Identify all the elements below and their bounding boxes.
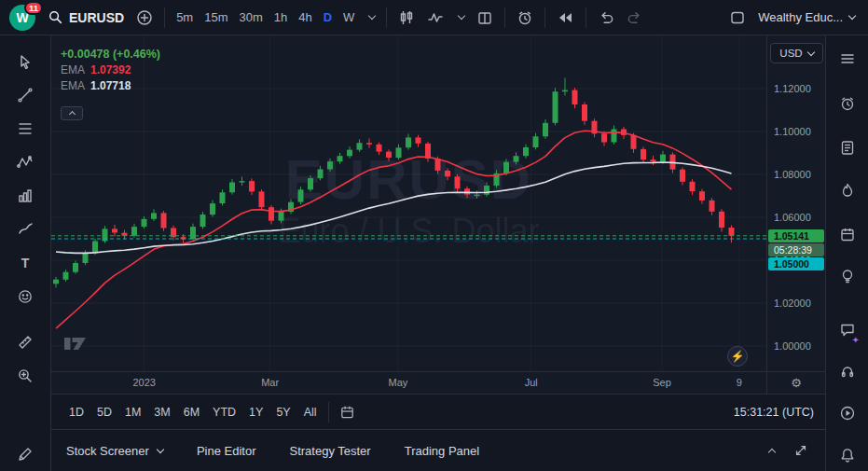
tool-trend-line[interactable] xyxy=(11,81,39,109)
market-replay-button[interactable] xyxy=(834,399,861,427)
range-3m[interactable]: 3M xyxy=(147,402,176,423)
currency-select[interactable]: USD xyxy=(770,43,823,63)
panel-maximize-button[interactable] xyxy=(792,441,810,460)
flame-icon xyxy=(839,182,856,199)
account-menu[interactable]: Wealthy Educ... xyxy=(752,7,861,28)
range-5d[interactable]: 5D xyxy=(90,402,118,423)
candlestick-icon xyxy=(398,9,415,26)
clock-utc[interactable]: 15:31:21 (UTC) xyxy=(734,406,814,419)
indicator-name: EMA xyxy=(61,78,85,94)
alert-button[interactable] xyxy=(511,6,539,30)
interval-5m[interactable]: 5m xyxy=(171,7,199,28)
save-layout-button[interactable] xyxy=(723,6,751,30)
indicator-row[interactable]: EMA 1.07392 xyxy=(61,62,160,78)
tab-label: Stock Screener xyxy=(66,444,149,458)
time-tick-label: May xyxy=(389,377,408,388)
calendar-button[interactable] xyxy=(834,220,861,248)
range-6m[interactable]: 6M xyxy=(177,402,206,423)
legend-collapse-button[interactable] xyxy=(61,106,83,120)
compare-add-button[interactable] xyxy=(131,6,158,30)
chart-settings-button[interactable]: ⚙ xyxy=(766,372,825,394)
tool-text[interactable]: T xyxy=(11,249,39,277)
range-ytd[interactable]: YTD xyxy=(206,402,242,423)
price-tick-label: 1.06000 xyxy=(774,212,811,223)
zoom-in-icon xyxy=(17,367,34,384)
indicators-button[interactable] xyxy=(421,6,449,30)
interval-4h[interactable]: 4h xyxy=(293,7,317,28)
tool-measure[interactable] xyxy=(11,328,39,356)
chevron-down-icon xyxy=(806,48,814,55)
news-button[interactable] xyxy=(834,133,861,161)
panel-collapse-button[interactable] xyxy=(765,444,777,457)
chart-pane[interactable]: EURUSD Euro / U.S. Dollar +0.00478 (+0.4… xyxy=(51,35,766,371)
tab-label: Pine Editor xyxy=(197,444,256,458)
support-button[interactable] xyxy=(834,357,861,385)
toolbar-divider xyxy=(544,7,545,28)
countdown-label: 05:28:39 xyxy=(768,243,824,256)
interval-w[interactable]: W xyxy=(338,7,360,28)
chevron-down-icon xyxy=(458,12,465,20)
tool-edit[interactable] xyxy=(11,440,39,468)
price-axis[interactable]: USD 1.000001.020001.040001.060001.080001… xyxy=(766,35,825,371)
bell-icon xyxy=(839,447,856,464)
trading-panel-tab[interactable]: Trading Panel xyxy=(405,444,479,458)
interval-1h[interactable]: 1h xyxy=(269,7,293,28)
alerts-button[interactable] xyxy=(834,90,861,118)
tool-brush[interactable] xyxy=(11,215,39,243)
time-tick-label: Jul xyxy=(525,377,538,388)
panel-controls xyxy=(765,441,810,460)
interval-30m[interactable]: 30m xyxy=(233,7,268,28)
stock-screener-tab[interactable]: Stock Screener xyxy=(66,444,163,458)
tool-zoom[interactable] xyxy=(11,362,39,390)
indicator-row[interactable]: EMA 1.07718 xyxy=(61,78,160,94)
symbol-search-button[interactable]: EURUSD xyxy=(42,6,130,29)
rewind-icon xyxy=(557,9,574,26)
chart-type-button[interactable] xyxy=(393,6,420,30)
account-label: Wealthy Educ... xyxy=(758,10,843,24)
range-1m[interactable]: 1M xyxy=(118,402,147,423)
fib-retracement-icon xyxy=(17,120,34,137)
notifications-button[interactable] xyxy=(834,441,861,469)
price-tick-label: 1.12000 xyxy=(774,83,811,94)
price-tick-label: 1.08000 xyxy=(774,169,811,180)
tool-forecast[interactable] xyxy=(11,182,39,210)
tool-pattern[interactable] xyxy=(11,148,39,176)
toolbar-divider xyxy=(328,402,329,423)
notification-badge: 11 xyxy=(24,1,43,15)
tool-emoji[interactable] xyxy=(11,283,39,311)
tradingview-logo-icon xyxy=(64,335,89,353)
interval-15m[interactable]: 15m xyxy=(199,7,233,28)
pine-editor-tab[interactable]: Pine Editor xyxy=(197,444,256,458)
grid-layout-icon xyxy=(476,9,493,26)
brush-icon xyxy=(17,221,34,238)
chevron-up-icon xyxy=(68,111,75,118)
layout-grid-button[interactable] xyxy=(471,6,499,30)
undo-button[interactable] xyxy=(592,6,620,29)
go-to-date-button[interactable] xyxy=(334,400,361,423)
ideas-button[interactable] xyxy=(834,262,861,290)
chat-button[interactable]: ✦ xyxy=(834,315,861,343)
alert-clock-icon xyxy=(839,95,856,112)
drawing-toolbar: T xyxy=(0,35,51,471)
redo-button[interactable] xyxy=(621,6,649,29)
indicator-templates-button[interactable] xyxy=(450,12,470,22)
strategy-tester-tab[interactable]: Strategy Tester xyxy=(289,444,370,458)
watchlist-icon xyxy=(839,50,856,67)
range-1d[interactable]: 1D xyxy=(62,402,90,423)
brand-logo[interactable]: W 11 xyxy=(7,1,41,35)
range-5y[interactable]: 5Y xyxy=(269,402,296,423)
time-axis[interactable]: 2023MarMayJulSep9 ⚙ xyxy=(51,371,825,394)
tool-cursor[interactable] xyxy=(11,48,39,76)
time-tick-label: Sep xyxy=(653,377,671,388)
range-1y[interactable]: 1Y xyxy=(242,402,269,423)
chevron-down-icon xyxy=(848,12,856,20)
range-all[interactable]: All xyxy=(297,402,324,423)
tool-fib-retracement[interactable] xyxy=(11,115,39,143)
chart-legend: +0.00478 (+0.46%) EMA 1.07392 EMA 1.0771… xyxy=(61,47,160,94)
lightning-button[interactable]: ⚡ xyxy=(727,346,748,367)
interval-d[interactable]: D xyxy=(318,7,338,28)
watchlist-button[interactable] xyxy=(834,45,861,73)
interval-menu-button[interactable] xyxy=(361,12,380,22)
bar-replay-button[interactable] xyxy=(551,6,580,30)
hotlists-button[interactable] xyxy=(834,176,861,204)
